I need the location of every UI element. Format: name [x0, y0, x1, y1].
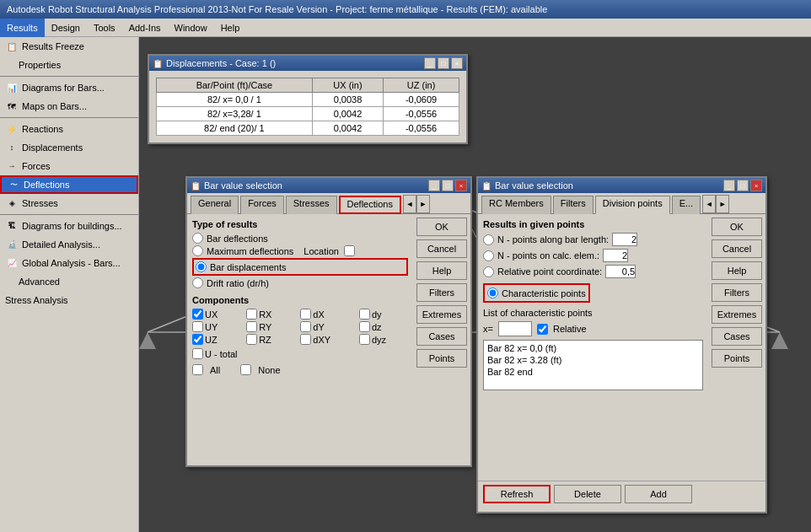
sidebar-item-forces[interactable]: → Forces: [0, 157, 138, 175]
filters-button-right[interactable]: Filters: [712, 283, 762, 302]
cb-rz-input[interactable]: [246, 334, 257, 345]
table-row[interactable]: 82/ end (20)/ 1 0,0042 -0,0556: [157, 121, 459, 136]
disp-close-btn[interactable]: ×: [451, 57, 463, 69]
point-item-1[interactable]: Bar 82 x= 3.28 (ft): [486, 354, 701, 366]
points-button-left[interactable]: Points: [416, 349, 467, 368]
cb-dz-input[interactable]: [359, 321, 370, 332]
add-button[interactable]: Add: [625, 485, 692, 503]
cb-ry-input[interactable]: [246, 321, 257, 332]
relative-checkbox[interactable]: [537, 324, 548, 335]
sidebar-item-stresses[interactable]: ◈ Stresses: [0, 194, 138, 212]
tab-e[interactable]: E...: [672, 196, 701, 214]
sidebar-item-advanced[interactable]: Advanced: [0, 272, 138, 291]
disp-maximize-btn[interactable]: □: [438, 57, 449, 69]
cb-uy-input[interactable]: [192, 321, 203, 332]
tab-forces[interactable]: Forces: [240, 196, 284, 214]
cancel-button-right[interactable]: Cancel: [712, 239, 762, 258]
help-button-right[interactable]: Help: [712, 261, 762, 280]
sidebar-item-maps-bars[interactable]: 🗺 Maps on Bars...: [0, 97, 138, 116]
cb-dy2-input[interactable]: [300, 321, 311, 332]
cb-u-total-input[interactable]: [192, 348, 203, 359]
n-points-calc-input[interactable]: [603, 249, 628, 262]
filters-button-left[interactable]: Filters: [416, 283, 467, 302]
relative-point-input[interactable]: [605, 265, 636, 278]
sidebar-item-results-freeze[interactable]: 📋 Results Freeze: [0, 37, 138, 56]
radio-n-points-bar[interactable]: [483, 234, 494, 245]
location-checkbox[interactable]: [344, 245, 355, 256]
sidebar-item-diagrams-bars[interactable]: 📊 Diagrams for Bars...: [0, 78, 138, 97]
radio-characteristic-points[interactable]: [487, 287, 498, 298]
tab-filters[interactable]: Filters: [553, 196, 593, 214]
bar-value-left-window: 📋 Bar value selection _ □ × General Forc…: [185, 176, 472, 467]
sidebar-item-displacements[interactable]: ↕ Displacements: [0, 138, 138, 157]
cb-dxy-input[interactable]: [300, 334, 311, 345]
sidebar-item-deflections[interactable]: 〜 Deflections: [0, 175, 138, 194]
cb-dy: dy: [359, 309, 408, 320]
tab-stresses[interactable]: Stresses: [286, 196, 337, 214]
tab-nav-right-right[interactable]: ►: [716, 195, 729, 213]
tab-nav-right[interactable]: ►: [416, 195, 430, 213]
x-input[interactable]: [498, 321, 532, 336]
cancel-button-left[interactable]: Cancel: [416, 239, 467, 258]
sidebar-label-results-freeze: Results Freeze: [22, 41, 84, 51]
tab-division-points[interactable]: Division points: [595, 196, 670, 214]
cb-dyz-input[interactable]: [359, 334, 370, 345]
menu-window[interactable]: Window: [168, 19, 214, 37]
sidebar-item-diagrams-buildings[interactable]: 🏗 Diagrams for buildings...: [0, 217, 138, 235]
cases-button-left[interactable]: Cases: [416, 327, 467, 346]
sidebar-item-stress-analysis[interactable]: Stress Analysis: [0, 291, 138, 309]
points-list: Bar 82 x= 0,0 (ft) Bar 82 x= 3.28 (ft) B…: [483, 340, 703, 390]
menu-design[interactable]: Design: [45, 19, 87, 37]
delete-button[interactable]: Delete: [554, 485, 621, 503]
bar-val-left-maximize[interactable]: □: [442, 180, 454, 191]
tab-general[interactable]: General: [191, 196, 239, 214]
sidebar: 📋 Results Freeze Properties 📊 Diagrams f…: [0, 37, 139, 532]
point-item-0[interactable]: Bar 82 x= 0,0 (ft): [486, 342, 701, 354]
extremes-button-right[interactable]: Extremes: [712, 305, 762, 324]
all-checkbox[interactable]: [192, 364, 203, 375]
radio-relative-point[interactable]: [483, 266, 494, 277]
cb-rx-input[interactable]: [246, 309, 257, 320]
radio-n-points-calc[interactable]: [483, 250, 494, 261]
ok-button-left[interactable]: OK: [416, 218, 467, 236]
cb-ux-input[interactable]: [192, 309, 203, 320]
cases-button-right[interactable]: Cases: [712, 327, 762, 346]
bar-val-right-close[interactable]: ×: [750, 180, 762, 191]
point-item-2[interactable]: Bar 82 end: [486, 366, 701, 378]
menu-addins[interactable]: Add-Ins: [122, 19, 168, 37]
refresh-button[interactable]: Refresh: [483, 485, 551, 503]
table-row[interactable]: 82/ x=3,28/ 1 0,0042 -0,0556: [157, 107, 459, 121]
help-button-left[interactable]: Help: [416, 261, 467, 280]
menu-tools[interactable]: Tools: [87, 19, 122, 37]
n-points-bar-input[interactable]: [612, 233, 637, 246]
tab-rc-members[interactable]: RC Members: [481, 196, 551, 214]
bar-val-right-minimize[interactable]: _: [723, 180, 735, 191]
cb-rz: RZ: [246, 334, 293, 345]
none-checkbox[interactable]: [240, 364, 251, 375]
menu-results[interactable]: Results: [0, 19, 45, 37]
sidebar-item-reactions[interactable]: ⚡ Reactions: [0, 120, 138, 138]
radio-max-deflections-input[interactable]: [192, 245, 203, 256]
radio-bar-displacements-input[interactable]: [196, 261, 207, 272]
radio-bar-deflections-input[interactable]: [192, 233, 203, 244]
bar-val-left-minimize[interactable]: _: [428, 180, 440, 191]
cb-dy-input[interactable]: [359, 309, 370, 320]
sidebar-item-detailed-analysis[interactable]: 🔬 Detailed Analysis...: [0, 235, 138, 254]
bar-val-right-maximize[interactable]: □: [737, 180, 749, 191]
disp-minimize-btn[interactable]: _: [424, 57, 436, 69]
table-row[interactable]: 82/ x= 0,0 / 1 0,0038 -0,0609: [157, 93, 459, 107]
tab-nav-left[interactable]: ◄: [403, 195, 416, 213]
extremes-button-left[interactable]: Extremes: [416, 305, 467, 324]
sidebar-item-properties[interactable]: Properties: [0, 56, 138, 74]
sidebar-item-global-analysis[interactable]: 📈 Global Analysis - Bars...: [0, 254, 138, 272]
points-button-right[interactable]: Points: [712, 349, 762, 368]
cb-uz-input[interactable]: [192, 334, 203, 345]
ok-button-right[interactable]: OK: [712, 218, 762, 236]
tab-deflections[interactable]: Deflections: [339, 196, 401, 214]
cb-dx-input[interactable]: [300, 309, 311, 320]
bar-val-left-close[interactable]: ×: [455, 180, 467, 191]
menu-help[interactable]: Help: [214, 19, 247, 37]
tab-nav-left-right[interactable]: ◄: [702, 195, 716, 213]
sidebar-label-deflections: Deflections: [24, 180, 69, 190]
radio-drift-ratio-input[interactable]: [192, 277, 203, 288]
